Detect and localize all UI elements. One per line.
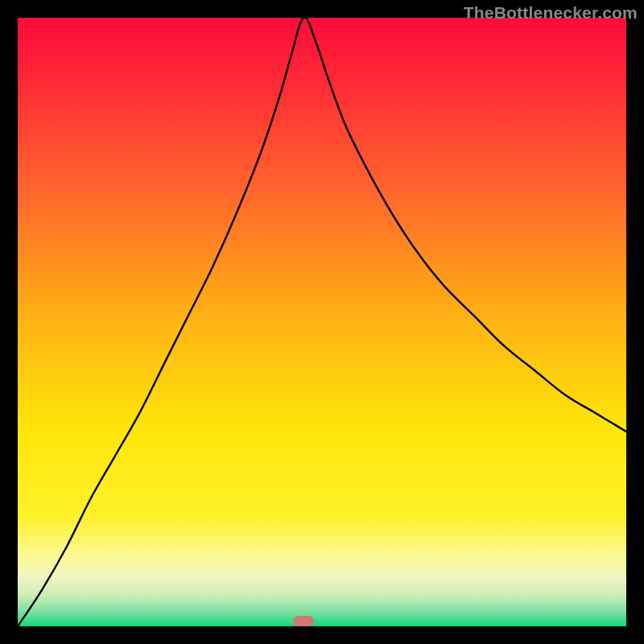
optimal-point-marker: [293, 616, 314, 626]
plot-area: [18, 18, 626, 626]
chart-frame: TheBottlenecker.com: [0, 0, 644, 644]
bottleneck-curve: [18, 18, 626, 626]
watermark-text: TheBottlenecker.com: [464, 3, 638, 23]
